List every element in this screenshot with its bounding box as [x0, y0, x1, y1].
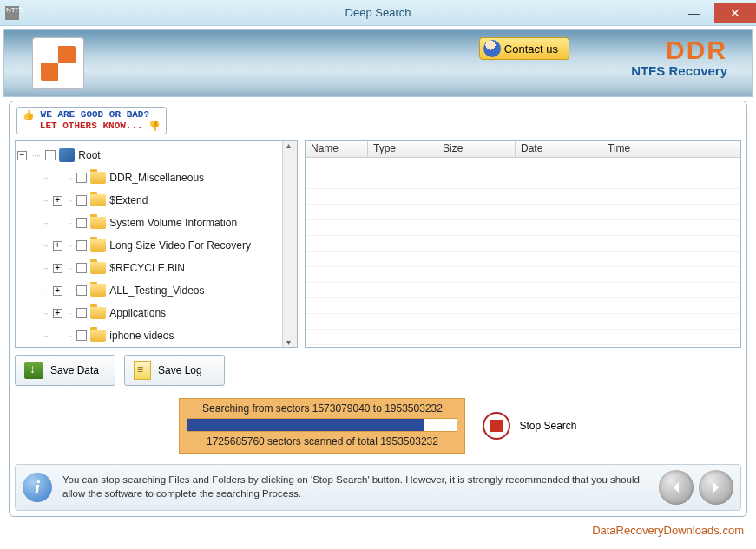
- logo: [32, 37, 84, 89]
- tree-checkbox[interactable]: [76, 173, 87, 183]
- tree-checkbox[interactable]: [76, 308, 87, 318]
- tree-checkbox[interactable]: [76, 330, 87, 341]
- save-log-label: Save Log: [158, 364, 202, 376]
- footer-link[interactable]: DataRecoveryDownloads.com: [0, 517, 756, 537]
- folder-tree: −····Root····DDR_Miscellaneous··+··$Exte…: [15, 140, 298, 348]
- file-grid: Name Type Size Date Time: [305, 140, 741, 348]
- tree-item-label: DDR_Miscellaneous: [109, 172, 204, 184]
- progress-searching-text: Searching from sectors 1573079040 to 195…: [187, 402, 457, 415]
- tree-item-label: System Volume Information: [109, 217, 237, 229]
- tree-checkbox[interactable]: [76, 240, 87, 251]
- grid-row: [306, 236, 740, 252]
- col-size[interactable]: Size: [437, 141, 516, 157]
- tree-item[interactable]: ··+··$RECYCLE.BIN: [17, 257, 295, 279]
- stop-search-button[interactable]: [483, 412, 510, 440]
- titlebar: NTFS Deep Search — ✕: [0, 0, 756, 26]
- save-log-button[interactable]: Save Log: [124, 355, 225, 386]
- tree-checkbox[interactable]: [76, 195, 87, 206]
- thumbs-up-icon: 👍: [23, 109, 35, 121]
- feedback-banner[interactable]: 👍 WE ARE GOOD OR BAD? LET OTHERS KNOW...…: [16, 107, 167, 134]
- window-title: Deep Search: [345, 6, 411, 19]
- col-time[interactable]: Time: [602, 141, 740, 157]
- tree-item[interactable]: ····DDR_Miscellaneous: [17, 167, 295, 189]
- save-data-button[interactable]: Save Data: [15, 355, 115, 386]
- action-bar: Save Data Save Log: [15, 355, 741, 386]
- progress-fill: [187, 419, 424, 431]
- main-card: 👍 WE ARE GOOD OR BAD? LET OTHERS KNOW...…: [9, 101, 747, 517]
- progress-scanned-text: 1725685760 sectors scanned of total 1953…: [187, 435, 457, 448]
- drive-icon: [59, 148, 75, 162]
- app-icon: NTFS: [5, 6, 19, 20]
- close-button[interactable]: ✕: [714, 3, 756, 23]
- grid-row: [306, 267, 740, 283]
- tree-expander[interactable]: +: [53, 286, 62, 296]
- tree-item[interactable]: ··+··$Extend: [17, 189, 295, 212]
- tree-item-label: $RECYCLE.BIN: [109, 262, 185, 274]
- next-button[interactable]: [699, 470, 733, 505]
- save-log-icon: [134, 361, 151, 380]
- tree-item[interactable]: ··+··Applications: [17, 302, 295, 324]
- brand-subtitle: NTFS Recovery: [631, 63, 727, 78]
- brand: DDR NTFS Recovery: [631, 36, 727, 78]
- tree-item[interactable]: ··+··Long Size Video For Recovery: [17, 234, 295, 257]
- grid-row: [306, 314, 740, 330]
- folder-icon: [90, 194, 106, 206]
- tree-item-label: ALL_Testing_Videos: [109, 284, 204, 297]
- tree-item-label: Applications: [109, 307, 166, 319]
- tree-expander[interactable]: +: [53, 196, 62, 206]
- grid-row: [306, 205, 740, 220]
- folder-icon: [90, 262, 106, 274]
- folder-icon: [90, 307, 106, 319]
- chevron-right-icon: [709, 480, 723, 494]
- tree-checkbox[interactable]: [76, 263, 87, 273]
- grid-row: [306, 173, 740, 189]
- info-text: You can stop searching Files and Folders…: [62, 474, 648, 500]
- progress-area: Searching from sectors 1573079040 to 195…: [15, 398, 741, 454]
- grid-row: [306, 330, 740, 345]
- tree-checkbox[interactable]: [45, 150, 56, 160]
- info-bar: i You can stop searching Files and Folde…: [15, 464, 741, 511]
- folder-icon: [90, 284, 106, 297]
- progress-box: Searching from sectors 1573079040 to 195…: [179, 398, 465, 454]
- tree-item[interactable]: ····System Volume Information: [17, 212, 295, 234]
- tree-checkbox[interactable]: [76, 218, 87, 228]
- contact-us-button[interactable]: Contact us: [479, 37, 569, 60]
- thumbs-down-icon: 👎: [148, 121, 161, 132]
- col-name[interactable]: Name: [306, 141, 368, 157]
- grid-row: [306, 158, 740, 173]
- tree-scrollbar[interactable]: [282, 141, 297, 347]
- folder-icon: [90, 239, 106, 252]
- tree-item[interactable]: ··+··ALL_Testing_Videos: [17, 279, 295, 302]
- save-data-label: Save Data: [50, 364, 99, 376]
- tree-item-label: iphone videos: [109, 330, 174, 342]
- minimize-button[interactable]: —: [674, 3, 714, 23]
- tree-expander[interactable]: +: [53, 309, 62, 318]
- feedback-line1: WE ARE GOOD OR BAD?: [41, 109, 149, 120]
- tree-item-label: $Extend: [109, 194, 148, 206]
- chevron-left-icon: [669, 480, 683, 494]
- tree-expander[interactable]: +: [53, 241, 62, 251]
- tree-expander[interactable]: +: [53, 264, 62, 273]
- tree-root-label[interactable]: Root: [78, 149, 100, 161]
- stop-icon: [490, 420, 503, 432]
- grid-row: [306, 220, 740, 236]
- tree-expander[interactable]: −: [17, 151, 27, 160]
- col-date[interactable]: Date: [516, 141, 602, 157]
- info-icon: i: [23, 473, 52, 502]
- tree-checkbox[interactable]: [76, 285, 87, 296]
- banner: Contact us DDR NTFS Recovery: [3, 29, 753, 97]
- folder-icon: [90, 330, 106, 342]
- grid-row: [306, 283, 740, 298]
- tree-item[interactable]: ····iphone videos: [17, 324, 295, 347]
- grid-row: [306, 252, 740, 267]
- progress-bar: [187, 418, 457, 432]
- stop-search-label: Stop Search: [519, 420, 576, 432]
- contact-label: Contact us: [504, 42, 558, 56]
- grid-row: [306, 189, 740, 205]
- col-type[interactable]: Type: [368, 141, 437, 157]
- prev-button[interactable]: [659, 470, 694, 505]
- folder-icon: [90, 172, 106, 184]
- folder-icon: [90, 217, 106, 229]
- brand-name: DDR: [631, 36, 727, 65]
- grid-header: Name Type Size Date Time: [306, 141, 740, 158]
